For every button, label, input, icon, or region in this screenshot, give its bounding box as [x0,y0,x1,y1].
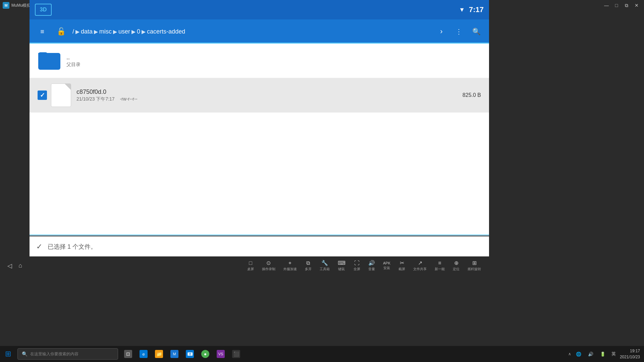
keymouse-icon: ⌨ [338,260,345,266]
tool-record[interactable]: ⊙ 操作录制 [262,260,275,272]
location-icon: ⊕ [454,260,459,266]
tool-joystick[interactable]: ⊞ 摇杆旋转 [468,260,481,272]
breadcrumb-arrow-4: ▶ [131,28,136,35]
tool-location[interactable]: ⊕ 定位 [453,260,460,272]
tool-screenshot[interactable]: ✂ 截屏 [398,260,405,272]
file-list: .. 父目录 ✓ c8750f0d.0 21/10/23 下午7:17 -rw-… [30,44,489,235]
tool-multi[interactable]: ⧉ 多开 [305,260,312,272]
window-restore-button[interactable]: ⧉ [622,2,631,9]
window-maximize-button[interactable]: □ [612,2,621,9]
taskbar-app-cortana[interactable]: ⊡ [121,347,136,361]
window: M MuMu模拟器 🏠 首页 📁 文件管理器 ✕ 🌐 浏览器 ✕ [0,0,644,362]
taskbar-app-mumu[interactable]: M [167,347,182,361]
home-button[interactable]: ⌂ [18,262,22,269]
search-button[interactable]: 🔍 [469,24,484,39]
search-icon: 🔍 [472,27,481,36]
tool-keymouse[interactable]: ⌨ 键鼠 [338,260,345,272]
fullscreen-label: 全屏 [354,267,360,272]
breadcrumb-arrow-1: ▶ [75,28,79,35]
breadcrumb: / ▶ data ▶ misc ▶ user ▶ 0 ▶ cacerts-add… [72,28,430,35]
tool-apk[interactable]: APK 安装 [383,261,390,270]
cortana-icon: ⊡ [124,350,132,358]
tray-chevron[interactable]: ∧ [568,352,571,356]
volume-tray-icon: 🔊 [588,352,593,357]
app-3d-logo: 3D [35,4,52,16]
taskbar-clock: 19:17 2021/10/23 [620,348,640,360]
new-icon: ≡ [438,260,441,266]
file-toolbar: ≡ 🔓 / ▶ data ▶ misc ▶ user ▶ 0 ▶ cacerts… [30,19,489,44]
tool-toolbox[interactable]: 🔧 工具箱 [320,260,330,272]
folder-icon [38,49,61,72]
taskbar-app-terminal[interactable]: ⬛ [229,347,244,361]
tool-boost[interactable]: ⌖ 外服加速 [283,260,297,272]
joystick-label: 摇杆旋转 [468,267,481,272]
tool-desktop[interactable]: □ 桌屏 [247,260,254,272]
taskbar-search-icon: 🔍 [22,351,28,357]
tool-fileshare[interactable]: ↗ 文件共享 [413,260,427,272]
tray-volume[interactable]: 🔊 [586,349,595,359]
taskbar-app-explorer[interactable]: 📁 [152,347,166,361]
record-icon: ⊙ [266,260,271,266]
breadcrumb-user[interactable]: user [118,28,130,35]
keymouse-label: 键鼠 [338,267,345,272]
fileshare-label: 文件共享 [413,267,427,272]
green-app-icon: ● [201,350,209,358]
breadcrumb-root[interactable]: / [72,28,74,35]
tool-volume[interactable]: 🔊 音量 [368,260,375,272]
taskbar-search[interactable]: 🔍 在这里输入你要搜索的内容 [17,348,118,360]
fullscreen-icon: ⛶ [354,260,360,266]
clock-time: 19:17 [620,348,640,354]
terminal-icon: ⬛ [232,350,240,358]
start-button[interactable]: ⊞ [0,346,16,362]
multi-icon: ⧉ [306,260,310,266]
lock-button[interactable]: 🔓 [54,24,68,39]
status-time: 7:17 [469,5,484,14]
list-item[interactable]: .. 父目录 [30,44,489,78]
joystick-icon: ⊞ [472,260,477,266]
breadcrumb-arrow-3: ▶ [113,28,117,35]
more-icon: ⋮ [455,27,462,36]
file-name: c8750f0d.0 [76,88,463,96]
taskbar-app-edge[interactable]: e [136,347,151,361]
taskbar-apps: ⊡ e 📁 M 📧 ● VS ⬛ [118,347,246,361]
file-doc-icon [51,83,71,107]
forward-button[interactable]: › [434,24,449,39]
apk-icon: APK [383,261,390,265]
multi-label: 多开 [305,267,312,272]
parent-folder-name: .. [66,54,481,61]
menu-icon: ≡ [40,28,44,36]
toolbox-label: 工具箱 [320,267,330,272]
back-button[interactable]: ◁ [7,262,12,269]
selection-status-bar: ✓ 已选择 1 个文件。 [30,236,489,256]
new-label: 新一能 [435,267,445,272]
boost-icon: ⌖ [288,260,291,266]
location-label: 定位 [453,267,460,272]
wifi-icon: ▼ [459,6,465,13]
file-info: c8750f0d.0 21/10/23 下午7:17 -rw-r--r-- [76,88,463,102]
forward-icon: › [440,27,442,36]
taskbar-app-green[interactable]: ● [198,347,213,361]
breadcrumb-cacerts[interactable]: cacerts-added [147,28,185,35]
taskbar-app-mail[interactable]: 📧 [182,347,197,361]
window-minimize-button[interactable]: — [602,2,611,9]
explorer-icon: 📁 [155,350,163,358]
language-indicator[interactable]: 英 [610,351,617,357]
tray-network[interactable]: 🌐 [574,349,583,359]
taskbar-right: ∧ 🌐 🔊 🔋 英 19:17 2021/10/23 [568,348,644,360]
record-label: 操作录制 [262,267,275,272]
breadcrumb-0[interactable]: 0 [137,28,140,35]
more-button[interactable]: ⋮ [451,24,466,39]
file-checkbox[interactable]: ✓ [38,90,47,100]
window-close-button[interactable]: ✕ [632,2,641,9]
tool-fullscreen[interactable]: ⛶ 全屏 [354,260,360,272]
list-item[interactable]: ✓ c8750f0d.0 21/10/23 下午7:17 -rw-r--r-- … [30,78,489,113]
tray-battery[interactable]: 🔋 [598,349,607,359]
taskbar-app-vscode[interactable]: VS [213,347,228,361]
clock-date: 2021/10/23 [620,354,640,360]
checkmark-icon: ✓ [40,92,45,99]
parent-folder-info: .. 父目录 [66,54,481,68]
tool-new[interactable]: ≡ 新一能 [435,260,445,272]
breadcrumb-misc[interactable]: misc [99,28,112,35]
breadcrumb-data[interactable]: data [81,28,93,35]
menu-button[interactable]: ≡ [35,24,50,39]
